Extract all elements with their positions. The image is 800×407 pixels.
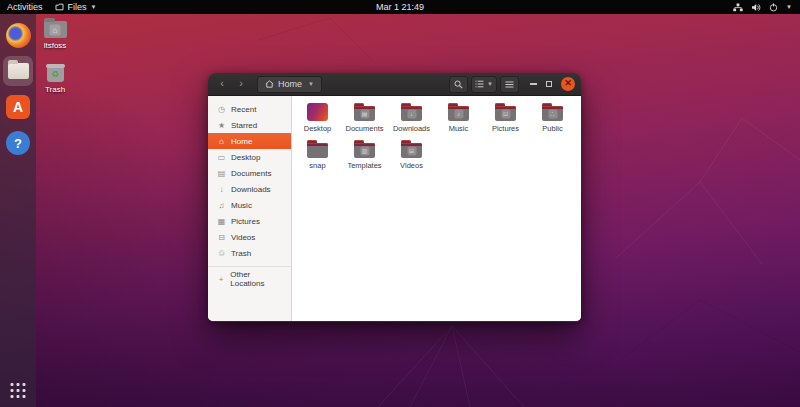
show-applications-button[interactable] [11,383,26,398]
file-item-label: Pictures [492,124,519,133]
picture-icon: ▦ [217,217,226,226]
app-menu-button[interactable]: Files ▼ [55,2,97,12]
plus-icon: + [217,275,225,284]
sidebar-item-desktop[interactable]: ▭ Desktop [208,149,291,165]
file-item-label: Music [449,124,469,133]
sidebar-item-starred[interactable]: ★ Starred [208,117,291,133]
file-item-desktop[interactable]: Desktop [294,101,341,133]
video-icon: ⊟ [217,233,226,242]
sidebar-item-pictures[interactable]: ▦ Pictures [208,213,291,229]
sidebar-item-label: Pictures [231,217,260,226]
ubuntu-software-icon: A [6,95,30,119]
dock: A ? [0,14,36,407]
sidebar-item-recent[interactable]: ◷ Recent [208,101,291,117]
path-bar-home-button[interactable]: Home ▼ [257,76,322,93]
clock-icon: ◷ [217,105,226,114]
dock-firefox-button[interactable] [3,20,33,50]
sidebar-item-music[interactable]: ♫ Music [208,197,291,213]
forward-button[interactable]: › [233,76,249,92]
document-emblem-icon: ▤ [360,110,369,119]
sidebar-item-downloads[interactable]: ↓ Downloads [208,181,291,197]
sidebar-item-label: Videos [231,233,255,242]
dock-help-button[interactable]: ? [3,128,33,158]
file-item-label: Documents [346,124,384,133]
file-item-label: snap [309,161,325,170]
file-item-label: Downloads [393,124,430,133]
video-emblem-icon: ⊟ [407,147,416,156]
desktop-icon-itsfoss[interactable]: ⌂ itsfoss [38,21,72,50]
sidebar-item-label: Desktop [231,153,260,162]
desktop-icon-label: Trash [45,85,65,94]
firefox-icon [6,23,31,48]
chevron-down-icon: ▼ [91,4,97,10]
home-icon: ⌂ [50,24,61,35]
files-window: ‹ › Home ▼ ▼ [208,73,581,322]
download-emblem-icon: ↓ [407,110,416,119]
system-menu-chevron-icon[interactable]: ▼ [786,4,792,10]
folder-icon: ⊟ [401,143,422,158]
file-item-label: Templates [347,161,381,170]
file-item-videos[interactable]: ⊟ Videos [388,138,435,170]
folder-icon: ∴ [542,106,563,121]
folder-icon [307,143,328,158]
file-item-snap[interactable]: snap [294,138,341,170]
activities-button[interactable]: Activities [7,2,43,12]
list-view-icon [475,80,484,88]
network-icon[interactable] [733,3,743,12]
maximize-button[interactable] [546,81,552,87]
volume-icon[interactable] [751,3,761,12]
sidebar-item-label: Recent [231,105,256,114]
file-item-downloads[interactable]: ↓ Downloads [388,101,435,133]
dock-ubuntu-software-button[interactable]: A [3,92,33,122]
sidebar-item-videos[interactable]: ⊟ Videos [208,229,291,245]
file-item-templates[interactable]: ▥ Templates [341,138,388,170]
search-button[interactable] [449,76,468,93]
trash-can-icon: ♻ [47,64,64,82]
file-grid: Desktop ▤ Documents ↓ Downloads ♪ Music … [292,96,581,180]
sidebar-item-label: Home [231,137,252,146]
power-icon[interactable] [769,3,778,12]
minimize-button[interactable] [530,83,537,85]
file-item-music[interactable]: ♪ Music [435,101,482,133]
sidebar-item-trash[interactable]: ♲ Trash [208,245,291,261]
sidebar-separator [208,266,291,267]
desktop-icon-label: itsfoss [44,41,67,50]
back-button[interactable]: ‹ [214,76,230,92]
hamburger-menu-icon [505,81,514,88]
sidebar-item-other-locations[interactable]: + Other Locations [208,271,291,287]
document-icon: ▤ [217,169,226,178]
app-menu-label: Files [68,2,87,12]
close-button[interactable]: ✕ [561,77,575,91]
sidebar-item-home[interactable]: ⌂ Home [208,133,291,149]
desktop-icon-trash[interactable]: ♻ Trash [38,64,72,94]
desktop-gradient-folder-icon [307,103,328,121]
folder-icon: ♪ [448,106,469,121]
chevron-down-icon: ▼ [487,81,493,87]
file-item-documents[interactable]: ▤ Documents [341,101,388,133]
desktop-icon: ▭ [217,153,226,162]
clock[interactable]: Mar 1 21:49 [0,2,800,12]
folder-icon: ⊡ [495,106,516,121]
file-item-label: Desktop [304,124,332,133]
music-icon: ♫ [217,201,226,210]
path-label: Home [278,79,302,89]
sidebar-item-label: Documents [231,169,271,178]
chevron-down-icon: ▼ [308,81,314,87]
file-item-pictures[interactable]: ⊡ Pictures [482,101,529,133]
home-folder-icon: ⌂ [44,21,67,38]
window-titlebar[interactable]: ‹ › Home ▼ ▼ [208,73,581,96]
sidebar-item-label: Starred [231,121,257,130]
file-item-public[interactable]: ∴ Public [529,101,576,133]
sidebar-item-label: Music [231,201,252,210]
trash-icon: ♲ [217,249,226,258]
sidebar-item-documents[interactable]: ▤ Documents [208,165,291,181]
menu-button[interactable] [500,76,519,93]
help-icon: ? [6,131,30,155]
file-browser-pane: Desktop ▤ Documents ↓ Downloads ♪ Music … [292,96,581,321]
template-emblem-icon: ▥ [360,147,369,156]
dock-files-button[interactable] [3,56,33,86]
view-toggle-button[interactable]: ▼ [471,76,497,93]
star-icon: ★ [217,121,226,130]
recycle-icon: ♻ [51,69,59,79]
folder-icon [55,3,64,11]
